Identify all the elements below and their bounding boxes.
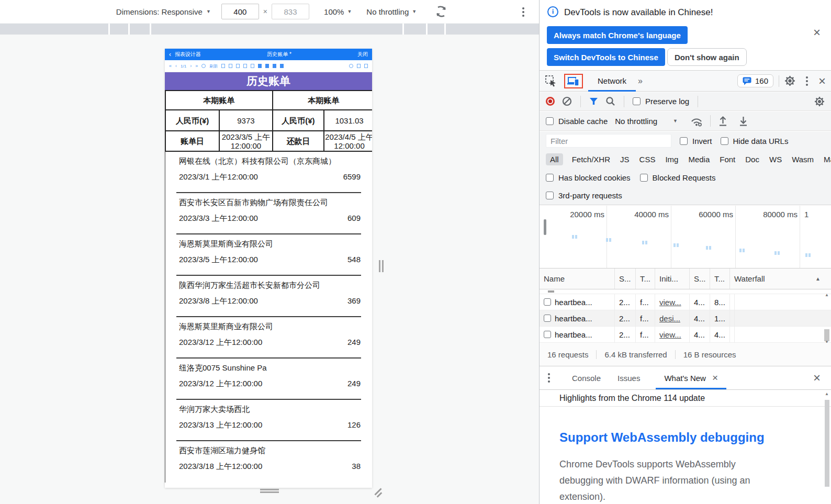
more-tabs-icon[interactable]: » <box>638 76 643 86</box>
tab-issues[interactable]: Issues <box>609 366 648 389</box>
blocked-requests-checkbox[interactable] <box>640 174 648 182</box>
row-checkbox[interactable] <box>544 298 551 306</box>
column-header-waterfall[interactable]: Waterfall ▲ <box>730 268 831 289</box>
match-language-button[interactable]: Always match Chrome's language <box>547 26 688 44</box>
initiator-link[interactable]: view... <box>659 330 681 339</box>
viewport-resize-handle-bottom[interactable] <box>260 489 279 493</box>
viewport-resize-handle-corner[interactable] <box>374 491 383 496</box>
network-overview-timeline[interactable]: 20000 ms 40000 ms 60000 ms 80000 ms 1 <box>540 206 831 268</box>
prev-page-icon[interactable]: ‹ <box>175 63 177 69</box>
next-page-icon[interactable]: › <box>190 63 192 69</box>
refresh-icon[interactable] <box>201 64 206 68</box>
record-network-log-icon[interactable] <box>546 97 555 106</box>
column-header-size[interactable]: S... <box>690 268 710 289</box>
scroll-up-icon[interactable]: ▲ <box>825 293 829 297</box>
viewport-height-input[interactable] <box>272 4 309 19</box>
row-checkbox[interactable] <box>544 331 551 338</box>
column-header-time[interactable]: T... <box>710 268 730 289</box>
toolbar-icon[interactable] <box>357 64 361 68</box>
tab-network[interactable]: Network <box>588 71 636 91</box>
table-row[interactable]: heartbea... 2... f... desi... 4... 1... <box>540 310 831 327</box>
search-icon[interactable] <box>605 96 615 106</box>
chip-ws[interactable]: WS <box>768 153 783 165</box>
viewport-resize-handle-right[interactable] <box>379 260 384 272</box>
tab-console[interactable]: Console <box>564 366 609 389</box>
tab-whats-new[interactable]: What's New × <box>656 366 726 389</box>
back-icon[interactable]: ‹ <box>169 51 171 58</box>
invert-checkbox[interactable] <box>680 137 688 145</box>
close-drawer-icon[interactable]: × <box>813 373 821 383</box>
report-close-button[interactable]: 关闭 <box>357 51 368 58</box>
zoom-icon[interactable] <box>349 64 353 68</box>
row-checkbox[interactable] <box>544 315 551 322</box>
table-row[interactable]: heartbea... 2... f... view... 4... 8... <box>540 294 831 310</box>
table-row[interactable]: heartbea... 2... f... view... 4... 4... <box>540 327 831 343</box>
column-header-status[interactable]: S... <box>615 268 636 289</box>
inspect-element-icon[interactable] <box>545 75 557 87</box>
toolbar-icon[interactable] <box>265 64 269 68</box>
table-scrollbar[interactable]: ▲ ▼ <box>824 292 830 344</box>
rotate-viewport-icon[interactable] <box>434 5 448 18</box>
toolbar-icon[interactable] <box>243 64 247 68</box>
chip-font[interactable]: Font <box>718 153 736 165</box>
first-page-icon[interactable]: « <box>169 63 172 69</box>
close-devtools-icon[interactable]: × <box>818 76 826 86</box>
chip-wasm[interactable]: Wasm <box>791 153 815 165</box>
clear-network-log-icon[interactable] <box>562 96 572 106</box>
chip-fetch-xhr[interactable]: Fetch/XHR <box>571 153 611 165</box>
print-icon[interactable] <box>258 64 262 68</box>
media-query-bar[interactable] <box>0 24 539 35</box>
third-party-checkbox[interactable] <box>546 192 554 199</box>
hide-data-urls-checkbox[interactable] <box>721 137 728 145</box>
has-blocked-cookies-checkbox[interactable] <box>546 174 554 182</box>
chip-manifest[interactable]: Manifest <box>823 153 831 165</box>
device-throttling-dropdown[interactable]: No throttling ▼ <box>366 7 417 16</box>
device-toolbar-menu-icon[interactable] <box>522 7 524 17</box>
switch-to-chinese-button[interactable]: Switch DevTools to Chinese <box>547 48 665 66</box>
chip-media[interactable]: Media <box>687 153 711 165</box>
close-icon[interactable]: × <box>813 27 821 38</box>
disable-cache-checkbox[interactable] <box>546 117 554 125</box>
toolbar-icon[interactable] <box>280 64 284 68</box>
chip-doc[interactable]: Doc <box>744 153 760 165</box>
initiator-link[interactable]: desi... <box>659 314 680 323</box>
refresh-label[interactable]: 刷新 <box>209 63 218 69</box>
filter-funnel-icon[interactable] <box>589 97 598 105</box>
drawer-menu-icon[interactable] <box>548 373 550 383</box>
article-title-link[interactable]: Support WebAssembly debugging <box>559 430 831 445</box>
toolbar-icon[interactable] <box>364 64 368 68</box>
zoom-dropdown[interactable]: 100% ▼ <box>324 7 352 16</box>
column-header-type[interactable]: T... <box>636 268 655 289</box>
dont-show-again-button[interactable]: Don't show again <box>667 48 747 66</box>
preserve-log-checkbox[interactable] <box>633 97 641 105</box>
toolbar-icon[interactable] <box>236 64 240 68</box>
initiator-link[interactable]: view... <box>659 298 681 307</box>
import-har-icon[interactable] <box>718 116 728 126</box>
column-header-initiator[interactable]: Initi... <box>655 268 690 289</box>
viewport-width-input[interactable] <box>221 4 259 19</box>
device-toolbar-icon[interactable] <box>567 76 580 86</box>
toolbar-icon[interactable] <box>229 64 232 68</box>
chip-css[interactable]: CSS <box>638 153 657 165</box>
toolbar-icon[interactable] <box>251 64 254 68</box>
column-header-name[interactable]: Name <box>540 268 615 289</box>
export-har-icon[interactable] <box>738 116 748 126</box>
network-conditions-icon[interactable] <box>690 116 703 127</box>
last-page-icon[interactable]: » <box>195 63 198 69</box>
report-designer-link[interactable]: 报表设计器 <box>175 51 201 58</box>
settings-gear-icon[interactable] <box>784 75 795 86</box>
throttling-dropdown[interactable]: No throttling ▼ <box>615 117 678 126</box>
chip-all[interactable]: All <box>546 153 563 165</box>
network-settings-gear-icon[interactable] <box>814 96 825 107</box>
toolbar-icon[interactable] <box>273 64 276 68</box>
chip-img[interactable]: Img <box>664 153 679 165</box>
network-filter-input[interactable] <box>546 134 671 148</box>
toolbar-icon[interactable] <box>221 64 225 68</box>
devtools-menu-icon[interactable] <box>806 76 808 86</box>
dimensions-dropdown[interactable]: Dimensions: Responsive ▼ <box>116 7 211 16</box>
scrollbar-thumb[interactable] <box>825 400 829 487</box>
console-message-counter[interactable]: 160 <box>737 74 773 87</box>
scroll-up-icon[interactable]: ▲ <box>825 391 829 396</box>
whats-new-scrollbar[interactable]: ▲ <box>825 391 830 502</box>
chip-js[interactable]: JS <box>619 153 631 165</box>
